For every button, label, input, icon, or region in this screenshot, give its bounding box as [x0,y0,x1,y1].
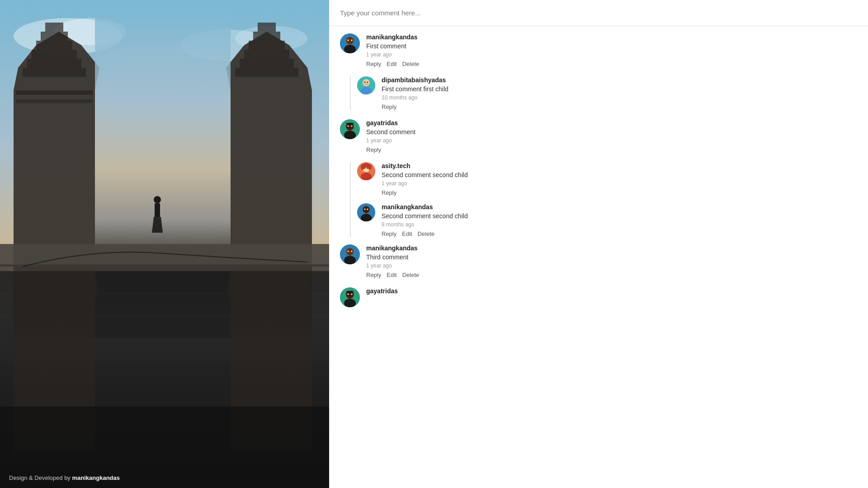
avatar [340,287,360,307]
comment-author: gayatridas [366,287,857,295]
comment-author: gayatridas [366,119,857,127]
edit-button[interactable]: Edit [402,230,412,237]
comment-text: Second comment second child [382,212,857,220]
svg-point-77 [351,251,353,252]
avatar [340,119,360,139]
comment-actions: Reply Edit Delete [366,272,857,278]
svg-rect-84 [346,291,354,293]
svg-point-49 [364,82,366,83]
svg-point-69 [363,206,369,213]
svg-point-70 [364,209,366,210]
comment-body: gayatridas Second comment 1 year ago Rep… [366,119,857,153]
credit-prefix: Design & Developed by [9,474,71,481]
comments-panel[interactable]: manikangkandas First comment 1 year ago … [329,0,868,488]
child-comment-item: asity.tech Second comment second child 1… [351,162,857,196]
reply-button[interactable]: Reply [366,272,381,278]
comment-body: manikangkandas Second comment second chi… [382,203,857,237]
svg-point-64 [361,164,364,170]
comment-text: First comment first child [382,85,857,93]
svg-point-76 [348,251,349,252]
svg-point-61 [364,168,366,169]
svg-rect-18 [235,68,298,77]
svg-rect-14 [41,32,68,41]
svg-point-56 [351,126,353,127]
comment-text: Second comment [366,128,857,136]
child-comment-item: dipambitabaishyadas First comment first … [351,76,857,110]
comment-time: 1 year ago [366,263,857,269]
reply-button[interactable]: Reply [366,146,381,153]
comment-body: manikangkandas Third comment 1 year ago … [366,244,857,278]
comment-time: 1 year ago [366,137,857,144]
svg-rect-23 [258,23,276,32]
svg-rect-25 [0,244,329,267]
comment-item: manikangkandas First comment 1 year ago … [340,33,857,67]
svg-rect-19 [240,59,294,68]
reply-button[interactable]: Reply [366,61,381,67]
comment-actions: Reply Edit Delete [366,61,857,67]
comment-input-area[interactable] [329,0,868,26]
avatar [357,76,375,94]
comment-body: gayatridas [366,287,857,307]
comment-actions: Reply [382,103,857,110]
comment-time: 10 months ago [382,94,857,101]
avatar [357,162,375,180]
svg-point-50 [367,82,368,83]
avatar [357,203,375,221]
delete-button[interactable]: Delete [418,230,435,237]
comment-input[interactable] [340,0,857,26]
svg-point-55 [348,126,349,127]
svg-rect-21 [249,41,285,50]
comment-body: asity.tech Second comment second child 1… [382,162,857,196]
svg-point-62 [367,168,368,169]
comment-author: manikangkandas [366,244,857,252]
child-thread: dipambitabaishyadas First comment first … [350,76,857,110]
edit-button[interactable]: Edit [387,61,396,67]
comment-text: Third comment [366,253,857,261]
svg-point-75 [346,248,354,255]
avatar [340,33,360,53]
comment-actions: Reply [366,146,857,153]
delete-button[interactable]: Delete [402,61,420,67]
comment-item: manikangkandas Third comment 1 year ago … [340,244,857,278]
edit-button[interactable]: Edit [387,272,396,278]
reply-button[interactable]: Reply [382,189,396,196]
svg-point-83 [351,294,353,295]
svg-point-44 [348,40,349,41]
comment-body: dipambitabaishyadas First comment first … [382,76,857,110]
footer-credit: Design & Developed by manikangkandas [9,474,120,481]
child-thread: asity.tech Second comment second child 1… [350,162,857,237]
reply-button[interactable]: Reply [382,103,396,110]
image-panel: Design & Developed by manikangkandas [0,0,329,488]
credit-author: manikangkandas [72,474,120,481]
svg-marker-29 [152,217,163,233]
svg-rect-12 [32,50,77,59]
temple-image [0,0,329,488]
svg-point-47 [363,79,370,86]
comment-time: 1 year ago [366,52,857,58]
comment-author: dipambitabaishyadas [382,76,857,84]
svg-rect-7 [16,90,93,95]
svg-rect-26 [0,264,329,271]
svg-rect-27 [155,203,160,217]
comment-author: manikangkandas [366,33,857,41]
child-comment-item: manikangkandas Second comment second chi… [351,203,857,237]
svg-rect-10 [23,68,86,77]
comments-list: manikangkandas First comment 1 year ago … [329,30,868,320]
delete-button[interactable]: Delete [402,272,420,278]
comment-time: 8 months ago [382,221,857,228]
comment-actions: Reply Edit Delete [382,230,857,237]
comment-item: gayatridas [340,287,857,307]
comment-body: manikangkandas First comment 1 year ago … [366,33,857,67]
svg-point-65 [368,164,372,170]
comment-text: Second comment second child [382,171,857,178]
svg-point-43 [346,37,354,44]
svg-rect-20 [244,50,289,59]
comment-actions: Reply [382,189,857,196]
svg-rect-11 [27,59,81,68]
avatar [340,244,360,264]
svg-point-71 [367,209,368,210]
reply-button[interactable]: Reply [382,230,396,237]
svg-rect-57 [346,123,354,125]
comment-author: manikangkandas [382,203,857,211]
svg-point-45 [351,40,353,41]
